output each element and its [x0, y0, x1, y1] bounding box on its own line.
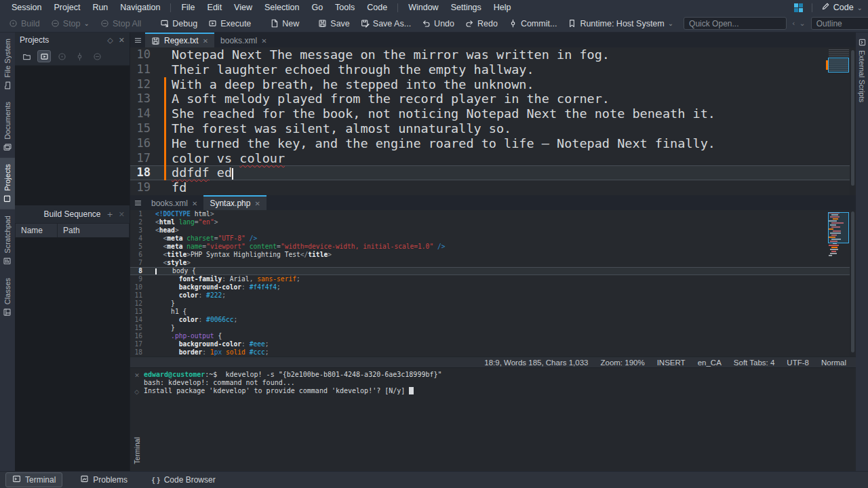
right-dock-strip: External Scripts: [856, 33, 868, 471]
modified-icon: [151, 37, 160, 45]
terminal-panel[interactable]: ✕◇ Terminal edward@customer:~$ kdevelop!…: [130, 367, 856, 471]
sidebar-tab-projects[interactable]: Projects: [0, 158, 15, 209]
menu-item-selection[interactable]: Selection: [258, 1, 305, 14]
menu-item-view[interactable]: View: [228, 1, 258, 14]
encoding[interactable]: UTF-8: [787, 359, 809, 367]
menu-item-edit[interactable]: Edit: [201, 1, 229, 14]
modified-line-marker: [164, 106, 166, 121]
tab-books-xml[interactable]: books.xml✕: [145, 195, 203, 210]
line-number: 8: [130, 267, 142, 275]
mode-indicator[interactable]: Normal: [821, 359, 846, 367]
document-switcher-icon[interactable]: [130, 195, 145, 210]
build-sequence-table[interactable]: [15, 238, 130, 471]
toolbar-button-runtime-host-system[interactable]: Runtime: Host System⌄: [563, 17, 678, 30]
open-project-icon[interactable]: [20, 50, 33, 62]
toolview-button-label: Code Browser: [164, 475, 216, 485]
toolbar-button-label: Stop: [63, 19, 81, 28]
toolview-button-terminal[interactable]: Terminal: [5, 472, 62, 487]
zoom-level[interactable]: Zoom: 190%: [600, 359, 644, 367]
sidebar-tab-external-scripts[interactable]: External Scripts: [858, 33, 867, 108]
menu-item-go[interactable]: Go: [305, 1, 329, 14]
tab-close-icon[interactable]: ✕: [192, 200, 197, 207]
line-gutter: 8: [130, 267, 155, 275]
tab-close-icon[interactable]: ✕: [203, 37, 208, 45]
menu-item-navigation[interactable]: Navigation: [114, 1, 166, 14]
document-switcher-icon[interactable]: [130, 33, 145, 47]
menu-item-file[interactable]: File: [175, 1, 201, 14]
close-panel-icon[interactable]: ✕: [119, 36, 125, 45]
toolview-button-problems[interactable]: Problems: [73, 472, 134, 487]
sidebar-tab-documents[interactable]: Documents: [0, 96, 15, 158]
toolbar-button-save-as[interactable]: Save As...: [356, 17, 416, 30]
float-panel-icon[interactable]: ◇: [107, 36, 113, 45]
sidebar-tab-label: External Scripts: [858, 50, 866, 102]
quick-open-input[interactable]: [684, 17, 787, 30]
column-header-name[interactable]: Name: [16, 224, 58, 237]
menu-item-code[interactable]: Code: [361, 1, 393, 14]
toolbar-button-redo[interactable]: Redo: [460, 17, 502, 30]
tab-label: Regex.txt: [164, 36, 199, 45]
tab-close-icon[interactable]: ✕: [261, 37, 267, 45]
area-switcher[interactable]: Code⌄: [821, 2, 863, 13]
tab-width[interactable]: Soft Tabs: 4: [734, 359, 775, 367]
code-line: 11Their laughter echoed through the empt…: [130, 62, 856, 77]
minimap[interactable]: [829, 49, 849, 77]
close-panel-icon[interactable]: ✕: [119, 210, 125, 219]
menu-item-project[interactable]: Project: [47, 1, 86, 14]
line-gutter: 9: [130, 275, 155, 283]
sidebar-tab-scratchpad[interactable]: Scratchpad: [0, 209, 15, 272]
toolbar-button-build: Build: [4, 17, 45, 30]
build-run-icon[interactable]: [37, 50, 51, 62]
sidebar-tab-file-system[interactable]: File System: [0, 33, 15, 96]
tab-syntax-php[interactable]: Syntax.php✕: [203, 195, 266, 210]
session-grid-icon[interactable]: [794, 3, 803, 12]
line-text: }: [155, 300, 856, 308]
menu-item-session[interactable]: Session: [5, 1, 47, 14]
menu-item-settings[interactable]: Settings: [445, 1, 488, 14]
line-text: <meta name="viewport" content="width=dev…: [155, 243, 856, 251]
toolbar-nav-chevrons[interactable]: ‹⌄: [792, 19, 806, 28]
column-header-path[interactable]: Path: [58, 224, 85, 237]
code-line: 7 <style>: [130, 259, 856, 267]
menubar-separator: [812, 3, 812, 12]
terminal-output[interactable]: edward@customer:~$ kdevelop! -s "{b2e100…: [144, 368, 856, 471]
tab-label: books.xml: [220, 36, 257, 45]
line-gutter: 17: [130, 151, 172, 166]
cursor-position[interactable]: 18:9, Words 185, Chars 1,033: [484, 359, 588, 367]
toolbar-button-commit[interactable]: Commit...: [504, 17, 561, 30]
tab-label: books.xml: [151, 199, 188, 208]
outline-input[interactable]: [811, 17, 868, 30]
minimap[interactable]: [829, 212, 849, 321]
modified-line-marker: [164, 136, 166, 151]
toolbar-button-new[interactable]: New: [265, 17, 304, 30]
minimap-viewport[interactable]: [828, 58, 849, 73]
terminal-tab[interactable]: Terminal: [133, 437, 141, 464]
toolbar-button-save[interactable]: Save: [313, 17, 355, 30]
editor1-content[interactable]: 10Notepad Next The message on the mirror…: [130, 47, 856, 195]
menu-item-run[interactable]: Run: [86, 1, 114, 14]
scrollbar-thumb[interactable]: [851, 50, 854, 186]
toolbar-button-undo[interactable]: Undo: [417, 17, 459, 30]
menu-item-tools[interactable]: Tools: [329, 1, 361, 14]
menu-item-window[interactable]: Window: [402, 1, 444, 14]
scrollbar[interactable]: [850, 47, 856, 195]
menu-item-help[interactable]: Help: [488, 1, 517, 14]
toolbar-button-execute[interactable]: Execute: [203, 17, 256, 30]
scrollbar-thumb[interactable]: [851, 211, 854, 352]
minimap-viewport[interactable]: [828, 212, 849, 243]
tab-close-icon[interactable]: ✕: [254, 200, 260, 207]
code-line: 9 font-family: Arial, sans-serif;: [130, 275, 856, 283]
scrollbar[interactable]: [850, 210, 856, 357]
dictionary[interactable]: en_CA: [698, 359, 722, 367]
toolview-button-code-browser[interactable]: { }Code Browser: [145, 473, 222, 487]
chevron-icon: ⌄: [800, 19, 806, 28]
sidebar-tab-classes[interactable]: Classes: [0, 272, 15, 323]
editor2-content[interactable]: 1<!DOCTYPE html>2<html lang="en">3<head>…: [130, 210, 856, 357]
projects-tree[interactable]: [15, 65, 130, 205]
tab-books-xml[interactable]: books.xml✕: [214, 33, 273, 47]
toolbar-button-debug[interactable]: Debug: [155, 17, 202, 30]
add-icon[interactable]: +: [107, 210, 113, 219]
insert-mode[interactable]: INSERT: [657, 359, 686, 367]
tab-regex-txt[interactable]: Regex.txt✕: [145, 33, 214, 47]
toolbar-button-label: New: [282, 19, 299, 28]
